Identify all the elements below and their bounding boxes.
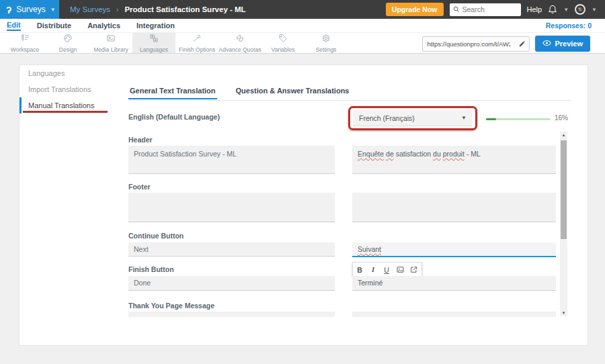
finish-source-field[interactable]: Done xyxy=(128,276,335,291)
tabs-divider xyxy=(128,100,571,101)
survey-menu-bar: Edit Distribute Analytics Integration Re… xyxy=(0,19,605,33)
help-link[interactable]: Help xyxy=(527,5,542,13)
top-bar: ʔ Surveys ▼ My Surveys › Product Satisfa… xyxy=(0,0,605,19)
topbar-actions: Upgrade Now Help ▼ ▼ xyxy=(386,3,605,16)
questionpro-logo-icon: ʔ xyxy=(6,5,11,15)
translations-sidebar: Languages Import Translations Manual Tra… xyxy=(19,65,124,345)
rich-text-toolbar: B I U xyxy=(352,262,422,277)
thank-you-field-label: Thank You Page Message xyxy=(128,302,214,310)
tab-general-text-translation[interactable]: General Text Translation xyxy=(128,87,217,99)
product-menu-label: Surveys xyxy=(16,5,45,14)
source-language-label: English (Default Language) xyxy=(128,113,220,121)
toolbar-finish-options[interactable]: Finish Options xyxy=(175,33,218,53)
translation-progress-fill xyxy=(486,118,496,120)
sidebar-item-import-translations[interactable]: Import Translations xyxy=(19,81,124,97)
header-field-label: Header xyxy=(128,136,153,144)
bold-button[interactable]: B xyxy=(353,263,366,277)
breadcrumb-my-surveys[interactable]: My Surveys xyxy=(70,5,110,13)
notifications-bell-icon[interactable] xyxy=(548,5,557,14)
product-switcher[interactable]: ʔ Surveys ▼ xyxy=(0,0,59,19)
target-language-value: French (Français) xyxy=(359,114,415,122)
breadcrumb-survey-title: Product Satisfaction Survey - ML xyxy=(124,5,245,13)
thank-you-source-field[interactable] xyxy=(128,312,335,317)
footer-source-field[interactable] xyxy=(128,193,335,222)
toolbar-media-library[interactable]: Media Library xyxy=(89,33,132,53)
chevron-down-icon: ▼ xyxy=(50,7,56,13)
menu-integration[interactable]: Integration xyxy=(136,21,175,30)
continue-button-field-label: Continue Button xyxy=(128,232,184,240)
insert-image-button[interactable] xyxy=(393,263,407,277)
sidebar-item-languages[interactable]: Languages xyxy=(19,65,124,81)
continue-source-field[interactable]: Next xyxy=(128,242,335,257)
manual-translations-main: General Text Translation Question & Answ… xyxy=(124,65,588,345)
header-target-field[interactable]: Enquête de satisfaction du produit - ML xyxy=(352,146,556,174)
survey-url-input[interactable] xyxy=(423,40,514,48)
edit-url-pencil-icon[interactable] xyxy=(514,40,529,48)
tab-question-answer-translations[interactable]: Question & Answer Translations xyxy=(235,87,351,99)
translation-tabs: General Text Translation Question & Answ… xyxy=(128,87,350,99)
underline-button[interactable]: U xyxy=(380,263,393,277)
insert-link-button[interactable] xyxy=(407,263,420,277)
scroll-down-arrow-icon[interactable]: ▼ xyxy=(560,310,567,316)
notifications-caret-icon[interactable]: ▼ xyxy=(563,7,569,13)
menu-edit[interactable]: Edit xyxy=(7,21,21,31)
questionpro-app: ʔ Surveys ▼ My Surveys › Product Satisfa… xyxy=(0,0,605,364)
upgrade-now-button[interactable]: Upgrade Now xyxy=(386,3,444,16)
settings-icon xyxy=(321,34,331,46)
toolbar-design[interactable]: Design xyxy=(46,33,89,53)
translations-panel: Languages Import Translations Manual Tra… xyxy=(19,64,588,346)
variables-icon xyxy=(278,34,288,46)
continue-target-field[interactable]: Suivant xyxy=(352,242,556,257)
scrollbar-thumb[interactable] xyxy=(561,140,567,239)
toolbar-right-actions: Preview xyxy=(422,36,590,52)
menu-analytics[interactable]: Analytics xyxy=(87,21,120,30)
toolbar-settings[interactable]: Settings xyxy=(305,33,348,53)
search-icon xyxy=(453,6,460,13)
languages-icon xyxy=(149,34,159,46)
user-avatar[interactable] xyxy=(575,4,586,15)
breadcrumb-separator-icon: › xyxy=(116,6,118,13)
scroll-up-arrow-icon[interactable]: ▲ xyxy=(560,132,567,138)
breadcrumb: My Surveys › Product Satisfaction Survey… xyxy=(70,5,246,13)
translation-progress-bar xyxy=(486,118,551,120)
preview-button[interactable]: Preview xyxy=(535,36,590,52)
header-source-field[interactable]: Product Satisfaction Survey - ML xyxy=(128,146,335,174)
footer-field-label: Footer xyxy=(128,183,151,191)
translation-progress-percent: 16% xyxy=(555,114,568,122)
menu-distribute[interactable]: Distribute xyxy=(37,21,71,30)
chevron-down-icon: ▼ xyxy=(461,115,467,121)
finish-button-field-label: Finish Button xyxy=(128,265,174,273)
survey-url-box xyxy=(422,36,530,52)
finish-target-field[interactable]: Terminé xyxy=(352,276,556,291)
form-scrollbar[interactable]: ▲ ▼ xyxy=(560,132,567,316)
toolbar-advance-quotas[interactable]: Advance Quotas xyxy=(218,33,261,53)
target-language-select[interactable]: French (Français) ▼ xyxy=(353,110,473,126)
toolbar-workspace[interactable]: Workspace xyxy=(3,33,46,53)
search-input[interactable] xyxy=(462,5,518,13)
design-icon xyxy=(63,34,73,46)
media-library-icon xyxy=(106,34,116,46)
global-search[interactable] xyxy=(450,3,521,16)
finish-options-icon xyxy=(192,34,202,46)
thank-you-target-field[interactable] xyxy=(352,312,556,317)
toolbar-languages[interactable]: Languages xyxy=(132,33,175,53)
advance-quotas-icon xyxy=(235,34,245,46)
italic-button[interactable]: I xyxy=(366,263,380,277)
account-caret-icon[interactable]: ▼ xyxy=(592,7,597,13)
workspace-icon xyxy=(20,34,30,46)
eye-icon xyxy=(542,40,551,48)
responses-count[interactable]: Responses: 0 xyxy=(546,21,605,30)
footer-target-field[interactable] xyxy=(352,193,556,222)
content-area: Languages Import Translations Manual Tra… xyxy=(0,54,605,364)
toolbar-variables[interactable]: Variables xyxy=(261,33,305,53)
annotation-underline xyxy=(23,111,108,113)
